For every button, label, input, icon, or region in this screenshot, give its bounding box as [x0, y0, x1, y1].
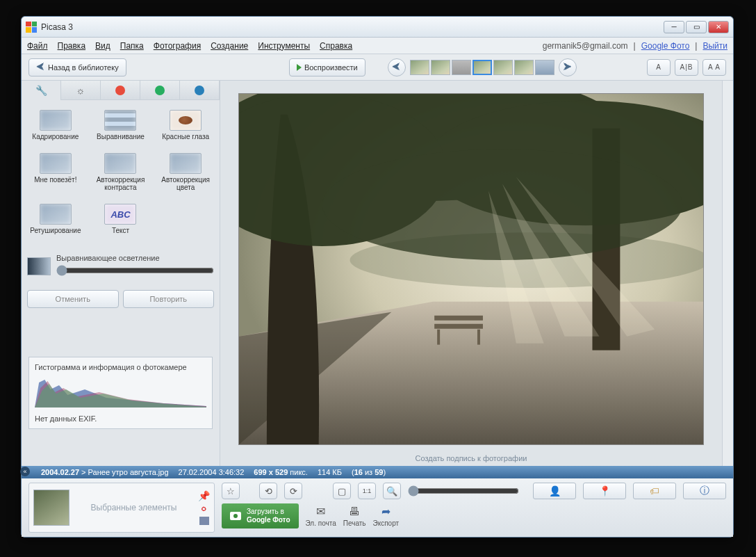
camera-icon: [230, 512, 241, 520]
fit-button[interactable]: ▢: [333, 483, 351, 499]
logout-link[interactable]: Выйти: [702, 41, 728, 51]
photo-viewer: Создать подпись к фотографии: [220, 81, 722, 466]
export-icon: ➦: [381, 505, 391, 518]
vertical-scrollbar[interactable]: [722, 81, 733, 466]
redo-button[interactable]: Повторить: [123, 290, 215, 308]
batch-icon[interactable]: [199, 517, 209, 525]
info-filename: Ранее утро августа.jpg: [88, 468, 169, 476]
selection-thumb[interactable]: [33, 490, 69, 526]
info-pos-total: 59: [375, 468, 383, 476]
menu-view[interactable]: Вид: [95, 41, 110, 51]
menu-create[interactable]: Создание: [211, 41, 248, 51]
minimize-button[interactable]: ─: [664, 21, 684, 33]
wrench-icon: 🔧: [35, 85, 47, 96]
tab-basic-fixes[interactable]: 🔧: [22, 81, 61, 100]
menu-photo[interactable]: Фотография: [154, 41, 201, 51]
svg-rect-7: [434, 316, 483, 321]
histogram-panel: Гистограмма и информация о фотокамере Не…: [28, 357, 213, 429]
selection-label: Выбранные элементы: [75, 503, 192, 512]
tool-straighten[interactable]: Выравнивание: [92, 110, 149, 140]
geo-tag-button[interactable]: 📍: [583, 483, 626, 499]
menu-file[interactable]: Файл: [27, 41, 48, 51]
picasa-logo-icon: [26, 22, 37, 33]
back-to-library-button[interactable]: ⮜ Назад в библиотеку: [28, 58, 126, 76]
tag-button[interactable]: 🏷: [633, 483, 676, 499]
filmstrip-thumb[interactable]: [535, 60, 554, 75]
info-bar: « 2004.02.27 > Ранее утро августа.jpg 27…: [22, 466, 733, 478]
tab-effects-3[interactable]: [180, 81, 220, 100]
view-compare-button[interactable]: A|B: [675, 59, 698, 76]
filmstrip-thumb-active[interactable]: [472, 60, 492, 75]
sun-icon: ☼: [76, 85, 85, 96]
bottom-bar: Выбранные элементы 📌 ⭘ ☆ ⟲ ⟳ ▢ 1:1 🔍 👤 �: [22, 478, 733, 537]
filmstrip-thumb[interactable]: [514, 60, 534, 75]
tab-effects-2[interactable]: [140, 81, 180, 100]
google-photos-link[interactable]: Google Фото: [641, 41, 690, 51]
undo-button[interactable]: Отменить: [27, 290, 119, 308]
info-button[interactable]: ⓘ: [683, 483, 726, 499]
caption-input[interactable]: Создать подпись к фотографии: [220, 451, 722, 466]
tab-tuning[interactable]: ☼: [61, 81, 101, 100]
svg-rect-9: [437, 330, 440, 345]
clear-selection-icon[interactable]: ⭘: [200, 504, 208, 514]
menu-folder[interactable]: Папка: [120, 41, 144, 51]
filmstrip-thumb[interactable]: [431, 60, 450, 75]
email-icon: ✉: [316, 505, 325, 518]
expand-tray-button[interactable]: «: [20, 467, 30, 476]
tool-redeye[interactable]: Красные глаза: [157, 110, 214, 140]
titlebar[interactable]: Picasa 3 ─ ▭ ✕: [22, 17, 733, 38]
maximize-button[interactable]: ▭: [686, 21, 707, 33]
sidebar: 🔧 ☼ Кадрирование Выравнивание Красные гл…: [22, 81, 220, 466]
tool-text[interactable]: ABCТекст: [92, 204, 149, 234]
info-dimensions: 699 x 529: [254, 468, 288, 476]
lucky-icon: [40, 153, 72, 174]
brush-icon: [115, 86, 125, 95]
user-email: germanik5@gmail.com: [543, 41, 628, 51]
filmstrip-thumb[interactable]: [493, 60, 513, 75]
rotate-ccw-button[interactable]: ⟲: [259, 483, 277, 499]
fill-light-slider[interactable]: [56, 265, 214, 276]
play-icon: [297, 64, 302, 71]
histogram-label: Гистограмма и информация о фотокамере: [35, 363, 206, 371]
window-title: Picasa 3: [41, 22, 73, 32]
zoom-tool-button[interactable]: 🔍: [383, 483, 401, 499]
edit-tabs: 🔧 ☼: [22, 81, 220, 100]
rotate-cw-button[interactable]: ⟳: [284, 483, 302, 499]
menu-edit[interactable]: Правка: [58, 41, 86, 51]
info-filesize: 114 КБ: [318, 468, 342, 476]
menubar: Файл Правка Вид Папка Фотография Создани…: [22, 38, 733, 54]
tool-contrast[interactable]: Автокоррекция контраста: [92, 153, 149, 191]
histogram-icon: [35, 376, 206, 407]
view-sidebyside-button[interactable]: A A: [702, 59, 726, 76]
tool-lucky[interactable]: Мне повезёт!: [27, 153, 84, 191]
people-tag-button[interactable]: 👤: [533, 483, 576, 499]
star-button[interactable]: ☆: [222, 483, 240, 499]
zoom-slider[interactable]: [408, 485, 519, 497]
tool-crop[interactable]: Кадрирование: [27, 110, 84, 140]
tool-color[interactable]: Автокоррекция цвета: [157, 153, 214, 191]
pin-icon[interactable]: 📌: [198, 490, 210, 501]
view-single-button[interactable]: A: [647, 59, 671, 76]
upload-google-photos-button[interactable]: Загрузить вGoogle Фото: [222, 503, 299, 528]
tab-effects-1[interactable]: [101, 81, 140, 100]
info-icon: ⓘ: [700, 485, 709, 497]
print-button[interactable]: 🖶Печать: [343, 506, 366, 527]
export-button[interactable]: ➦Экспорт: [373, 505, 400, 527]
play-slideshow-button[interactable]: Воспроизвести: [289, 58, 365, 76]
email-button[interactable]: ✉Эл. почта: [306, 505, 336, 527]
menu-help[interactable]: Справка: [320, 41, 352, 51]
filmstrip-thumb[interactable]: [410, 60, 429, 75]
filmstrip-thumb[interactable]: [452, 60, 471, 75]
toolbar: ⮜ Назад в библиотеку Воспроизвести ⮜ ⮞ A…: [22, 54, 733, 81]
arrow-left-icon: ⮜: [36, 62, 45, 72]
close-button[interactable]: ✕: [708, 21, 729, 33]
photo-canvas[interactable]: [238, 93, 704, 445]
next-photo-button[interactable]: ⮞: [559, 58, 577, 76]
svg-rect-8: [434, 324, 483, 329]
actual-size-button[interactable]: 1:1: [358, 483, 376, 499]
fill-light-control: Выравнивающее осветление: [27, 254, 214, 279]
tool-retouch[interactable]: Ретуширование: [27, 204, 84, 234]
menu-tools[interactable]: Инструменты: [258, 41, 310, 51]
info-pos-current: 16: [354, 468, 363, 476]
prev-photo-button[interactable]: ⮜: [388, 58, 406, 76]
